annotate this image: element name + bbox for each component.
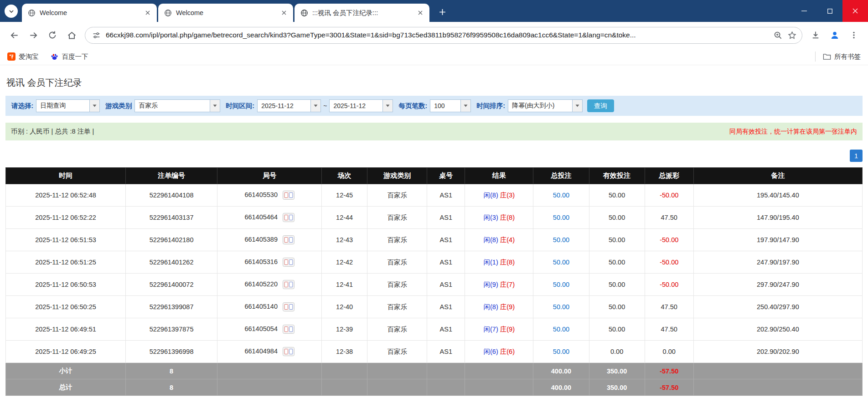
date-from-select[interactable]: 2025-11-12 xyxy=(257,99,321,112)
bet-row: 2025-11-12 06:49:25522961396998661404984… xyxy=(6,341,863,363)
chevron-down-icon[interactable] xyxy=(210,100,220,112)
per-page-select[interactable]: 100 xyxy=(430,99,471,112)
sort-order-select[interactable]: 降幂(由大到小) xyxy=(508,99,583,112)
chevron-down-icon[interactable] xyxy=(310,100,320,112)
table-number: AS1 xyxy=(427,229,465,251)
summary-bar: 币别 : 人民币 | 总共 :8 注单 | 同局有效投注，统一计算在该局第一张注… xyxy=(5,123,863,140)
profile-button[interactable] xyxy=(825,26,844,45)
round-result-icon[interactable] xyxy=(283,213,294,222)
refresh-button[interactable] xyxy=(43,26,62,45)
summary-cell: 400.00 xyxy=(533,379,589,396)
round-result-icon[interactable] xyxy=(283,325,294,334)
forward-button[interactable] xyxy=(24,26,43,45)
total-bet[interactable]: 50.00 xyxy=(533,251,589,274)
tab-search-button[interactable] xyxy=(5,5,18,18)
tab-welcome-1[interactable]: Welcome xyxy=(22,4,157,22)
column-header: 时间 xyxy=(6,168,126,184)
bet-id: 522961404108 xyxy=(126,184,217,207)
payout: -50.00 xyxy=(645,251,693,274)
globe-favicon-icon xyxy=(300,9,308,17)
search-button[interactable]: 查询 xyxy=(587,99,614,112)
menu-kebab-button[interactable] xyxy=(844,26,863,45)
round-result-icon[interactable] xyxy=(283,191,294,200)
player-result: 闲(8) xyxy=(484,192,498,199)
round-result-icon[interactable] xyxy=(283,280,294,289)
column-header: 总派彩 xyxy=(645,168,693,184)
tab-title: Welcome xyxy=(176,9,275,16)
tab-bet-records-active[interactable]: :::视讯 会员下注纪录::: xyxy=(294,4,429,22)
site-settings-icon[interactable] xyxy=(93,31,100,39)
bookmark-baidu[interactable]: 百度一下 xyxy=(51,52,88,61)
minimize-button[interactable] xyxy=(791,0,817,22)
plus-icon xyxy=(439,9,446,16)
close-window-button[interactable] xyxy=(842,0,868,22)
new-tab-button[interactable] xyxy=(434,4,450,20)
player-result: 闲(6) xyxy=(484,348,498,355)
column-header: 游戏类别 xyxy=(367,168,427,184)
date-range-separator: ~ xyxy=(323,102,327,109)
round-cell: 661405140 xyxy=(217,296,322,318)
bet-time: 2025-11-12 06:49:25 xyxy=(6,341,126,363)
page-1-button[interactable]: 1 xyxy=(850,150,863,162)
tab-title: Welcome xyxy=(40,9,139,16)
column-header: 桌号 xyxy=(427,168,465,184)
player-result: 闲(1) xyxy=(484,259,498,266)
game-type-select[interactable]: 百家乐 xyxy=(134,99,220,112)
total-bet[interactable]: 50.00 xyxy=(533,296,589,318)
total-bet[interactable]: 50.00 xyxy=(533,229,589,251)
all-bookmarks-button[interactable]: 所有书签 xyxy=(823,52,861,61)
bet-time: 2025-11-12 06:50:25 xyxy=(6,296,126,318)
round-id: 661405464 xyxy=(244,213,278,221)
url-bar[interactable]: 66cxkj98.com/ipl/portal.php/game/betreco… xyxy=(85,27,802,44)
bet-row: 2025-11-12 06:50:25522961399087661405140… xyxy=(6,296,863,318)
maximize-button[interactable] xyxy=(817,0,842,22)
pagination-top: 1 xyxy=(5,150,863,162)
summary-cell xyxy=(322,379,367,396)
chevron-down-icon[interactable] xyxy=(382,100,393,112)
filter-label-date-range: 时间区间: xyxy=(226,102,254,110)
total-bet[interactable]: 50.00 xyxy=(533,318,589,341)
valid-bet: 50.00 xyxy=(589,207,645,229)
bookmark-aitaobao[interactable]: 爱淘宝 xyxy=(7,52,39,61)
total-bet[interactable]: 50.00 xyxy=(533,341,589,363)
round-result-icon[interactable] xyxy=(283,347,294,356)
date-to-value: 2025-11-12 xyxy=(330,102,382,109)
chevron-down-icon[interactable] xyxy=(572,100,582,112)
total-bet[interactable]: 50.00 xyxy=(533,207,589,229)
bookmark-star-icon[interactable] xyxy=(788,31,796,40)
result-cell: 闲(1) 庄(8) xyxy=(465,251,533,274)
result-cell: 闲(8) 庄(3) xyxy=(465,184,533,207)
tab-close-icon[interactable] xyxy=(279,8,289,17)
query-type-value: 日期查询 xyxy=(36,102,89,110)
total-bet[interactable]: 50.00 xyxy=(533,274,589,296)
game-type-value: 百家乐 xyxy=(135,102,210,110)
result-cell: 闲(3) 庄(8) xyxy=(465,207,533,229)
total-bet[interactable]: 50.00 xyxy=(533,184,589,207)
query-type-select[interactable]: 日期查询 xyxy=(36,99,100,112)
bet-table-header-row: 时间注单编号局号场次游戏类别桌号结果总投注有效投注总派彩备注 xyxy=(6,168,863,184)
result-cell: 闲(6) 庄(6) xyxy=(465,341,533,363)
tab-close-icon[interactable] xyxy=(143,8,152,17)
summary-cell: 350.00 xyxy=(589,363,645,379)
result-cell: 闲(7) 庄(9) xyxy=(465,318,533,341)
player-result: 闲(3) xyxy=(484,214,498,221)
round-id: 661405220 xyxy=(244,280,278,288)
chevron-down-icon[interactable] xyxy=(89,100,99,112)
tab-welcome-2[interactable]: Welcome xyxy=(158,4,293,22)
table-number: AS1 xyxy=(427,251,465,274)
round-result-icon[interactable] xyxy=(283,302,294,311)
valid-bet: 50.00 xyxy=(589,251,645,274)
date-to-select[interactable]: 2025-11-12 xyxy=(329,99,393,112)
back-button[interactable] xyxy=(5,26,24,45)
zoom-icon[interactable] xyxy=(774,31,782,40)
game-type: 百家乐 xyxy=(367,296,427,318)
bet-time: 2025-11-12 06:52:22 xyxy=(6,207,126,229)
round-result-icon[interactable] xyxy=(283,258,294,267)
home-button[interactable] xyxy=(62,26,81,45)
downloads-button[interactable] xyxy=(806,26,825,45)
payout: 47.50 xyxy=(645,296,693,318)
tab-close-icon[interactable] xyxy=(416,8,425,17)
column-header: 局号 xyxy=(217,168,322,184)
round-result-icon[interactable] xyxy=(283,235,294,244)
chevron-down-icon[interactable] xyxy=(460,100,470,112)
